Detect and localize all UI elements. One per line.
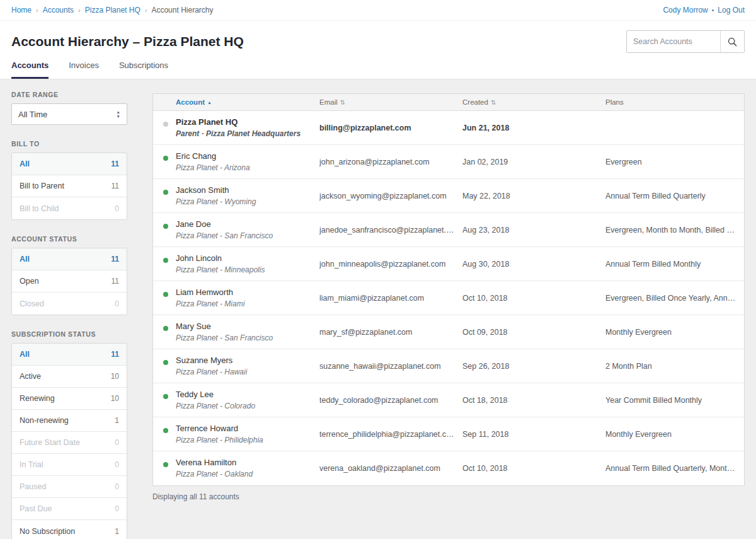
filter-bill-to-parent[interactable]: Bill to Parent 11 [12, 175, 127, 197]
breadcrumb-pizza-planet-hq[interactable]: Pizza Planet HQ [85, 6, 140, 14]
account-created: Aug 23, 2018 [462, 226, 605, 235]
filter-account-status-closed[interactable]: Closed 0 [12, 293, 127, 315]
table-row[interactable]: Pizza Planet HQ Parent · Pizza Planet He… [153, 111, 744, 145]
filter-subscription-active[interactable]: Active 10 [12, 366, 127, 388]
table-row[interactable]: Jackson Smith Pizza Planet - Wyoming jac… [153, 179, 744, 213]
sort-icon: ⇅ [340, 99, 345, 106]
filter-subscription-in-trial[interactable]: In Trial 0 [12, 454, 127, 476]
bill-to-label: Bill To [11, 140, 127, 148]
table-row[interactable]: Eric Chang Pizza Planet - Arizona john_a… [153, 145, 744, 179]
breadcrumb-accounts[interactable]: Accounts [43, 6, 74, 14]
account-name: John Lincoln [176, 253, 314, 264]
account-subtitle: Pizza Planet - San Francisco [176, 333, 314, 343]
filter-bill-to-all[interactable]: All 11 [12, 153, 127, 175]
sort-ascending-icon: ▲ [207, 100, 212, 105]
user-link[interactable]: Cody Morrow [663, 6, 707, 14]
tab-accounts[interactable]: Accounts [11, 61, 49, 79]
table-row[interactable]: Mary Sue Pizza Planet - San Francisco ma… [153, 315, 744, 349]
search-input[interactable] [627, 31, 720, 52]
table-row[interactable]: Liam Hemworth Pizza Planet - Miami liam_… [153, 281, 744, 315]
account-created: Aug 30, 2018 [462, 260, 605, 269]
column-header-email[interactable]: Email ⇅ [319, 98, 462, 106]
status-dot-icon [163, 190, 168, 195]
account-subtitle: Pizza Planet - San Francisco [176, 231, 314, 241]
account-plans: Evergreen, Billed Once Yearly, Annual bi… [605, 294, 744, 303]
status-dot-icon [163, 156, 168, 161]
account-created: Jan 02, 2019 [462, 158, 605, 166]
status-dot-icon [163, 428, 168, 433]
select-updown-icon: ▲▼ [117, 110, 120, 118]
account-subtitle: Pizza Planet - Minneapolis [176, 265, 314, 275]
account-created: Sep 26, 2018 [462, 362, 605, 371]
account-name: Suzanne Myers [176, 356, 314, 366]
user-nav-separator: • [712, 7, 714, 14]
breadcrumb-current: Account Hierarchy [151, 6, 213, 14]
account-created: May 22, 2018 [462, 192, 605, 200]
table-row[interactable]: Verena Hamilton Pizza Planet - Oakland v… [153, 451, 744, 485]
account-name: Mary Sue [176, 322, 314, 332]
accounts-table-section: Account ▲ Email ⇅ Created ⇅ Plans [152, 79, 745, 501]
tab-bar: Accounts Invoices Subscriptions [11, 61, 745, 79]
table-row[interactable]: Teddy Lee Pizza Planet - Colorado teddy_… [153, 383, 744, 417]
date-range-select[interactable]: All Time ▲▼ [11, 103, 127, 125]
breadcrumb-separator-icon: › [145, 6, 147, 14]
filter-subscription-past-due[interactable]: Past Due 0 [12, 498, 127, 520]
account-created: Oct 10, 2018 [462, 464, 605, 473]
filter-subscription-non-renewing[interactable]: Non-renewing 1 [12, 410, 127, 432]
search-icon [728, 37, 737, 47]
account-plans: Annual Term Billed Quarterly, Monthly Ev… [605, 464, 744, 473]
account-email: liam_miami@pizzaplanet.com [319, 294, 462, 303]
topbar: Home › Accounts › Pizza Planet HQ › Acco… [0, 0, 756, 21]
account-email: janedoe_sanfrancisco@pizzaplanet.com [319, 226, 462, 235]
sort-icon: ⇅ [491, 99, 496, 106]
filter-subscription-future-start-date[interactable]: Future Start Date 0 [12, 432, 127, 454]
account-name: Jackson Smith [176, 185, 314, 195]
breadcrumb-home[interactable]: Home [11, 6, 32, 14]
account-plans: Evergreen, Month to Month, Billed Once … [605, 226, 744, 235]
account-status-label: Account Status [11, 235, 127, 243]
filter-account-status-all[interactable]: All 11 [12, 248, 127, 270]
column-header-created[interactable]: Created ⇅ [462, 98, 605, 106]
filter-subscription-paused[interactable]: Paused 0 [12, 476, 127, 498]
account-name: Verena Hamilton [176, 458, 314, 468]
account-plans: Evergreen [605, 158, 744, 166]
date-range-label: Date Range [11, 91, 127, 98]
account-status-filter-card: All 11 Open 11 Closed 0 [11, 248, 127, 315]
table-row[interactable]: Suzanne Myers Pizza Planet - Hawaii suza… [153, 349, 744, 383]
status-dot-icon [163, 360, 168, 365]
account-created: Sep 11, 2018 [462, 430, 605, 439]
table-row[interactable]: John Lincoln Pizza Planet - Minneapolis … [153, 247, 744, 281]
user-nav: Cody Morrow • Log Out [663, 6, 745, 14]
account-name: Teddy Lee [176, 390, 314, 400]
status-dot-icon [163, 326, 168, 331]
account-created: Oct 09, 2018 [462, 328, 605, 337]
column-header-account[interactable]: Account ▲ [153, 98, 319, 106]
account-subtitle: Parent · Pizza Planet Headquarters [176, 129, 314, 139]
bill-to-filter-card: All 11 Bill to Parent 11 Bill to Child 0 [11, 153, 127, 220]
search-box [626, 30, 745, 53]
logout-link[interactable]: Log Out [718, 6, 745, 14]
status-dot-icon [163, 258, 168, 263]
account-subtitle: Pizza Planet - Wyoming [176, 197, 314, 207]
filter-subscription-renewing[interactable]: Renewing 10 [12, 388, 127, 410]
account-created: Oct 18, 2018 [462, 396, 605, 405]
tab-invoices[interactable]: Invoices [69, 61, 99, 79]
filter-account-status-open[interactable]: Open 11 [12, 270, 127, 293]
table-row[interactable]: Jane Doe Pizza Planet - San Francisco ja… [153, 213, 744, 247]
filter-subscription-no-subscription[interactable]: No Subscription 1 [12, 520, 127, 539]
account-subtitle: Pizza Planet - Arizona [176, 163, 314, 173]
account-subtitle: Pizza Planet - Oakland [176, 470, 314, 479]
account-subtitle: Pizza Planet - Philidelphia [176, 436, 314, 445]
account-plans: Monthly Evergreen [605, 430, 744, 439]
column-header-plans: Plans [605, 98, 744, 106]
accounts-table: Account ▲ Email ⇅ Created ⇅ Plans [152, 93, 745, 486]
account-created: Oct 10, 2018 [462, 294, 605, 303]
account-created: Jun 21, 2018 [462, 124, 605, 132]
tab-subscriptions[interactable]: Subscriptions [119, 61, 168, 79]
search-button[interactable] [720, 31, 744, 52]
filter-bill-to-child[interactable]: Bill to Child 0 [12, 197, 127, 219]
filter-subscription-all[interactable]: All 11 [12, 344, 127, 366]
account-plans: Monthly Evergreen [605, 328, 744, 337]
status-dot-icon [163, 394, 168, 399]
table-row[interactable]: Terrence Howard Pizza Planet - Philidelp… [153, 417, 744, 451]
